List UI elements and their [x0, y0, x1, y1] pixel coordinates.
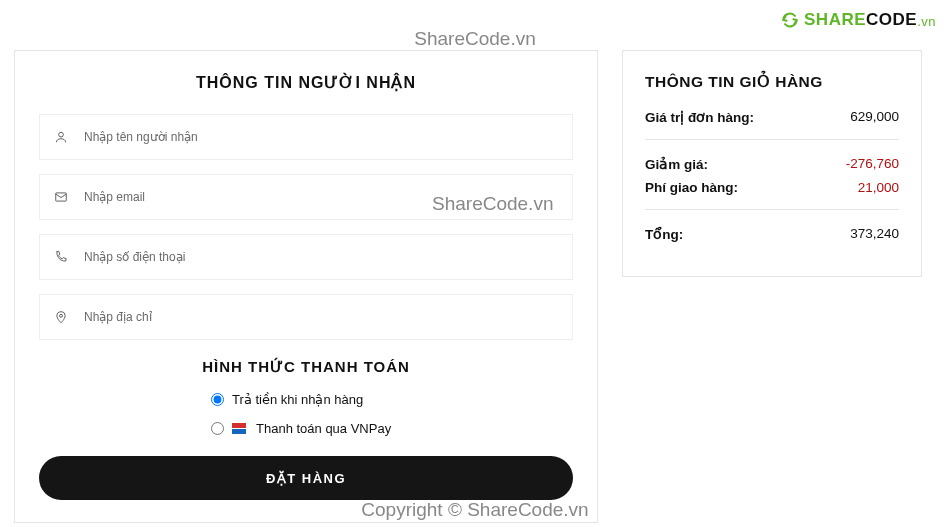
payment-option-cod[interactable]: Trả tiền khi nhận hàng	[211, 392, 573, 407]
phone-input[interactable]	[76, 235, 558, 279]
submit-button[interactable]: ĐẶT HÀNG	[39, 456, 573, 500]
recipient-title: THÔNG TIN NGƯỜI NHẬN	[39, 73, 573, 92]
shipping-value: 21,000	[858, 180, 899, 195]
name-input[interactable]	[76, 115, 558, 159]
cart-row-shipping: Phí giao hàng: 21,000	[645, 180, 899, 195]
brand-vn: .vn	[917, 14, 936, 29]
discount-label: Giảm giá:	[645, 156, 708, 172]
payment-title: HÌNH THỨC THANH TOÁN	[39, 358, 573, 376]
cart-row-discount: Giảm giá: -276,760	[645, 156, 899, 172]
pin-icon	[54, 310, 76, 324]
vnpay-icon	[232, 423, 246, 435]
payment-options: Trả tiền khi nhận hàng Thanh toán qua VN…	[211, 392, 573, 436]
user-icon	[54, 130, 76, 144]
order-value: 629,000	[850, 109, 899, 125]
phone-icon	[54, 250, 76, 264]
email-field[interactable]	[39, 174, 573, 220]
radio-vnpay[interactable]	[211, 422, 224, 435]
phone-field[interactable]	[39, 234, 573, 280]
svg-rect-1	[56, 193, 67, 201]
cart-title: THÔNG TIN GIỎ HÀNG	[645, 73, 899, 91]
total-label: Tổng:	[645, 226, 683, 242]
shipping-label: Phí giao hàng:	[645, 180, 738, 195]
separator	[645, 209, 899, 210]
recipient-card: THÔNG TIN NGƯỜI NHẬN HÌNH THỨC	[14, 50, 598, 523]
address-input[interactable]	[76, 295, 558, 339]
brand-code: CODE	[866, 10, 917, 29]
email-input[interactable]	[76, 175, 558, 219]
radio-cod[interactable]	[211, 393, 224, 406]
radio-vnpay-label: Thanh toán qua VNPay	[256, 421, 391, 436]
separator	[645, 139, 899, 140]
order-value-label: Giá trị đơn hàng:	[645, 109, 754, 125]
cart-card: THÔNG TIN GIỎ HÀNG Giá trị đơn hàng: 629…	[622, 50, 922, 277]
radio-cod-label: Trả tiền khi nhận hàng	[232, 392, 363, 407]
recycle-icon	[780, 10, 800, 30]
address-field[interactable]	[39, 294, 573, 340]
brand-logo: SHARECODE.vn	[780, 10, 936, 30]
svg-rect-4	[232, 429, 246, 434]
svg-rect-3	[232, 423, 246, 428]
brand-share: SHARE	[804, 10, 866, 29]
cart-row-total: Tổng: 373,240	[645, 226, 899, 242]
total-value: 373,240	[850, 226, 899, 242]
svg-point-0	[59, 132, 64, 137]
mail-icon	[54, 190, 76, 204]
svg-point-2	[60, 314, 63, 317]
discount-value: -276,760	[846, 156, 899, 172]
payment-option-vnpay[interactable]: Thanh toán qua VNPay	[211, 421, 573, 436]
cart-row-order-value: Giá trị đơn hàng: 629,000	[645, 109, 899, 125]
name-field[interactable]	[39, 114, 573, 160]
